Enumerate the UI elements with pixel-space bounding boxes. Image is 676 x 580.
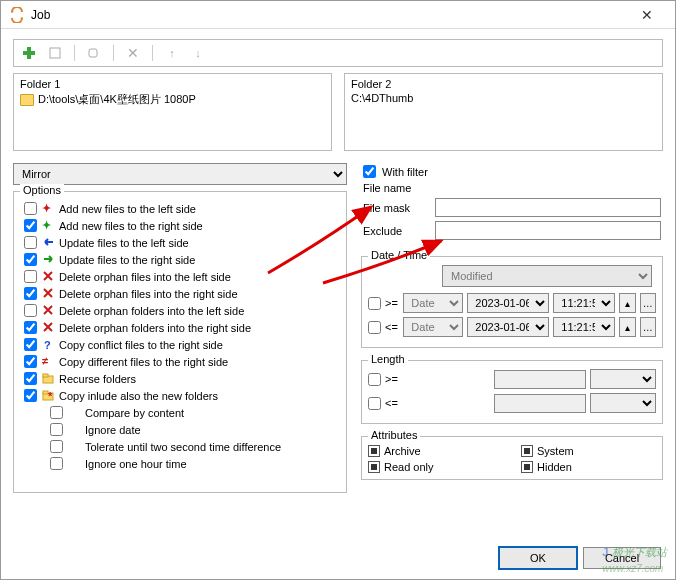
with-filter-label: With filter (382, 166, 428, 178)
svg-text:?: ? (44, 339, 51, 351)
len-checkbox[interactable] (368, 397, 381, 410)
attribute-label: Hidden (537, 461, 572, 473)
attribute-item[interactable]: Archive (368, 445, 503, 457)
option-label: Ignore one hour time (85, 458, 187, 470)
option-row: Ignore date (20, 421, 340, 438)
option-label: Copy different files to the right side (59, 356, 228, 368)
option-label: Delete orphan folders into the left side (59, 305, 244, 317)
move-down-button[interactable]: ↓ (189, 44, 207, 62)
len-unit-select[interactable] (590, 393, 656, 413)
folder1-box[interactable]: Folder 1 D:\tools\桌面\4K壁纸图片 1080P (13, 73, 332, 151)
len-value-input[interactable] (494, 370, 587, 389)
dt-spinner[interactable]: ▴ (619, 317, 635, 337)
folder-icon (20, 94, 34, 106)
edit-button[interactable] (46, 44, 64, 62)
option-checkbox[interactable] (24, 253, 37, 266)
option-row: Delete orphan files into the right side (20, 285, 340, 302)
len-unit-select[interactable] (590, 369, 656, 389)
option-checkbox[interactable] (24, 202, 37, 215)
move-up-button[interactable]: ↑ (163, 44, 181, 62)
dt-checkbox[interactable] (368, 297, 381, 310)
filename-label: File name (363, 182, 411, 194)
dt-more-button[interactable]: … (640, 317, 656, 337)
dt-time-select[interactable]: 11:21:58 (553, 293, 615, 313)
option-checkbox[interactable] (50, 406, 63, 419)
option-row: ✦ Add new files to the right side (20, 217, 340, 234)
dt-type-select[interactable]: Date (403, 317, 463, 337)
plus-right-icon: ✦ (41, 219, 55, 233)
spacer-icon (67, 423, 81, 437)
option-row: ✦ Add new files to the left side (20, 200, 340, 217)
len-value-input[interactable] (494, 394, 587, 413)
len-op: >= (385, 373, 401, 385)
option-checkbox[interactable] (24, 304, 37, 317)
datetime-title: Date / Time (368, 249, 430, 261)
attribute-item[interactable]: System (521, 445, 656, 457)
filemask-input[interactable] (435, 198, 661, 217)
exclude-label: Exclude (363, 225, 429, 237)
window-title: Job (31, 8, 627, 22)
dt-more-button[interactable]: … (640, 293, 656, 313)
folder1-path: D:\tools\桌面\4K壁纸图片 1080P (38, 92, 196, 107)
folder2-box[interactable]: Folder 2 C:\4DThumb (344, 73, 663, 151)
option-label: Ignore date (85, 424, 141, 436)
svg-text:✦: ✦ (42, 202, 51, 214)
option-row: Recurse folders (20, 370, 340, 387)
option-checkbox[interactable] (24, 287, 37, 300)
option-label: Tolerate until two second time differenc… (85, 441, 281, 453)
dt-checkbox[interactable] (368, 321, 381, 334)
titlebar: Job ✕ (1, 1, 675, 29)
dt-date-select[interactable]: 2023-01-06 (467, 317, 549, 337)
option-checkbox[interactable] (24, 236, 37, 249)
attribute-item[interactable]: Hidden (521, 461, 656, 473)
option-row: Tolerate until two second time differenc… (20, 438, 340, 455)
option-checkbox[interactable] (50, 423, 63, 436)
option-row: ≠ Copy different files to the right side (20, 353, 340, 370)
option-checkbox[interactable] (24, 355, 37, 368)
ok-button[interactable]: OK (499, 547, 577, 569)
dt-spinner[interactable]: ▴ (619, 293, 635, 313)
dt-date-select[interactable]: 2023-01-06 (467, 293, 549, 313)
exclude-input[interactable] (435, 221, 661, 240)
tristate-checkbox[interactable] (521, 445, 533, 457)
option-checkbox[interactable] (24, 219, 37, 232)
length-row: <= (368, 393, 656, 413)
x-left-icon (41, 304, 55, 318)
tristate-checkbox[interactable] (521, 461, 533, 473)
attributes-group: Attributes ArchiveSystemRead onlyHidden (361, 436, 663, 480)
svg-text:≠: ≠ (42, 355, 48, 367)
option-checkbox[interactable] (24, 270, 37, 283)
option-label: Delete orphan files into the left side (59, 271, 231, 283)
datetime-row: >= Date 2023-01-06 11:21:58 ▴ … (368, 293, 656, 313)
option-checkbox[interactable] (50, 440, 63, 453)
attribute-item[interactable]: Read only (368, 461, 503, 473)
option-label: Add new files to the left side (59, 203, 196, 215)
option-checkbox[interactable] (50, 457, 63, 470)
options-title: Options (20, 184, 64, 196)
dt-time-select[interactable]: 11:21:58 (553, 317, 615, 337)
dt-type-select[interactable]: Date (403, 293, 463, 313)
datetime-group: Date / Time Modified >= Date 2023-01-06 … (361, 256, 663, 348)
option-row: * Copy inlude also the new folders (20, 387, 340, 404)
svg-rect-9 (43, 374, 48, 377)
tristate-checkbox[interactable] (368, 445, 380, 457)
datetime-field-select[interactable]: Modified (442, 265, 652, 287)
copy-button[interactable] (85, 44, 103, 62)
arrow-right-icon (41, 253, 55, 267)
mode-select[interactable]: Mirror (13, 163, 347, 185)
option-checkbox[interactable] (24, 321, 37, 334)
option-checkbox[interactable] (24, 372, 37, 385)
tristate-checkbox[interactable] (368, 461, 380, 473)
attributes-title: Attributes (368, 429, 420, 441)
with-filter-checkbox[interactable] (363, 165, 376, 178)
option-checkbox[interactable] (24, 338, 37, 351)
close-button[interactable]: ✕ (627, 7, 667, 23)
options-group: Options ✦ Add new files to the left side… (13, 191, 347, 493)
option-label: Delete orphan folders into the right sid… (59, 322, 251, 334)
delete-button[interactable]: ✕ (124, 44, 142, 62)
option-checkbox[interactable] (24, 389, 37, 402)
len-checkbox[interactable] (368, 373, 381, 386)
len-op: <= (385, 397, 401, 409)
add-button[interactable] (20, 44, 38, 62)
option-row: Delete orphan files into the left side (20, 268, 340, 285)
